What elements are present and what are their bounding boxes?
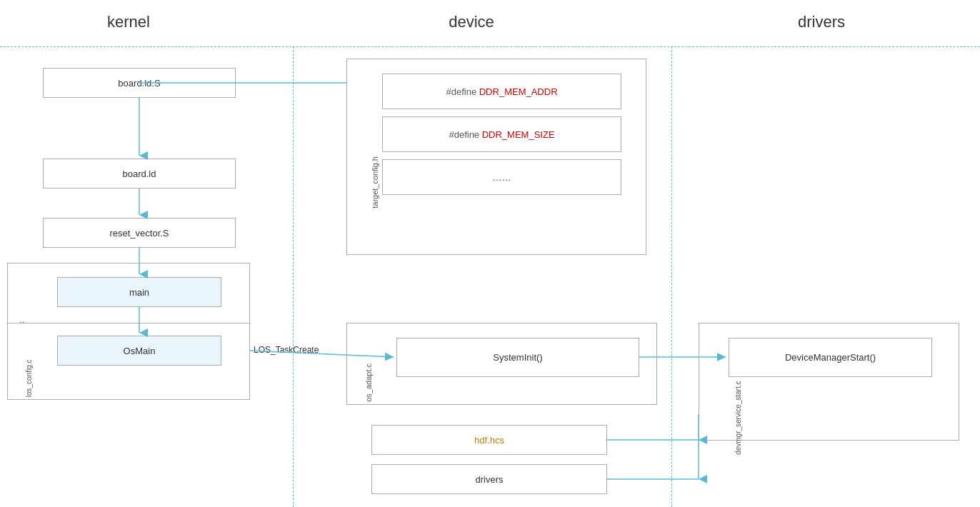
- target-config-side-label: target_config.h: [371, 156, 379, 209]
- devmgr-service-side-label: devmgr_service_start.c: [734, 381, 742, 455]
- diagram-container: kernel device drivers board.ld.S board.l…: [0, 0, 980, 507]
- ellipsis-box: ……: [382, 159, 621, 195]
- col-header-device: device: [400, 13, 543, 31]
- define-ddr-mem-addr-box: #define DDR_MEM_ADDR: [382, 74, 621, 109]
- drivers-box: drivers: [371, 464, 607, 494]
- reset-vector-s-label: reset_vector.S: [109, 228, 169, 239]
- define-ddr-mem-size-label: #define DDR_MEM_SIZE: [449, 129, 554, 140]
- top-divider: [0, 46, 980, 47]
- ellipsis-label: ……: [493, 172, 511, 183]
- board-ld-s-box: board.ld.S: [43, 68, 236, 98]
- system-init-label: SystemInit(): [493, 352, 542, 363]
- board-ld-box: board.ld: [43, 159, 236, 189]
- los-config-side-label: los_config.c: [25, 360, 33, 398]
- board-ld-s-label: board.ld.S: [118, 78, 160, 89]
- device-manager-start-box: DeviceManagerStart(): [729, 338, 932, 377]
- system-init-box: SystemInit(): [396, 338, 639, 377]
- main-label: main: [129, 287, 149, 298]
- col-header-drivers: drivers: [750, 13, 893, 31]
- drivers-label: drivers: [475, 474, 503, 485]
- divider-device-drivers: [671, 46, 672, 507]
- main-box: main: [57, 277, 221, 307]
- os-main-label: OsMain: [124, 346, 156, 356]
- device-manager-start-label: DeviceManagerStart(): [785, 352, 876, 363]
- reset-vector-s-box: reset_vector.S: [43, 218, 236, 248]
- col-header-kernel: kernel: [57, 13, 200, 31]
- hdf-hcs-box: hdf.hcs: [371, 425, 607, 455]
- divider-kernel-device: [293, 46, 294, 507]
- os-main-box: OsMain: [57, 336, 221, 366]
- define-ddr-mem-addr-label: #define DDR_MEM_ADDR: [446, 86, 557, 97]
- os-adapt-side-label: os_adapt.c: [364, 363, 373, 402]
- los-task-create-label: LOS_TaskCreate: [254, 345, 319, 355]
- board-ld-label: board.ld: [123, 169, 156, 179]
- define-ddr-mem-size-box: #define DDR_MEM_SIZE: [382, 116, 621, 152]
- hdf-hcs-label: hdf.hcs: [474, 435, 504, 446]
